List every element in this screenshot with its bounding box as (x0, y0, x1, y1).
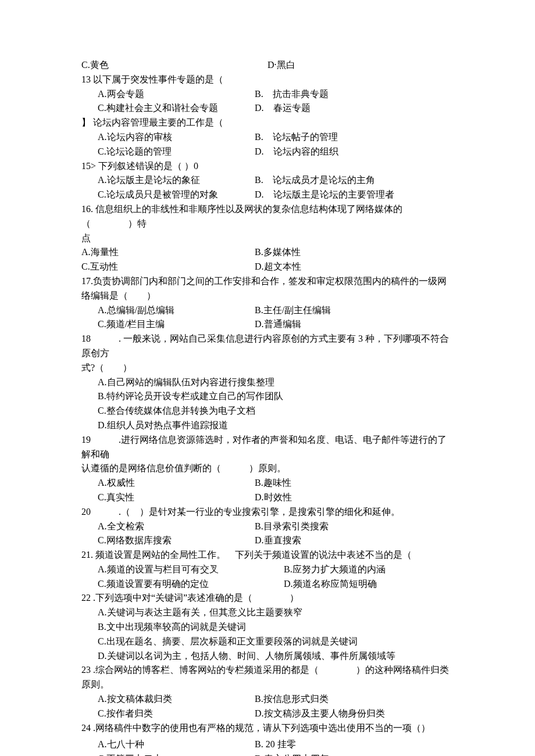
option-24-b: B. 20 挂零 (255, 737, 454, 752)
question-24-row-2: C.不管三七二十一 D.秦文公四十四年 (98, 752, 454, 756)
option-15-c: C.论坛成员只是被管理的对象 (98, 188, 255, 202)
option-18-b: B.特约评论员开设专栏或建立自己的写作团队 (98, 389, 454, 404)
question-19-stem-cont: 认遵循的是网络信息价值判断的（ ）原则。 (81, 461, 454, 476)
option-14-d: D. 论坛内容的组织 (255, 145, 454, 159)
option-17-d: D.普通编辑 (255, 317, 454, 332)
prev-question-options: C.黄色 D·黑白 (81, 58, 454, 73)
option-21-c: C.频道设置要有明确的定位 (98, 577, 284, 592)
question-20-row-2: C.网络数据库搜索 D.垂直搜索 (98, 533, 454, 548)
option-23-c: C.按作者归类 (98, 707, 255, 721)
question-20-stem: 20 .（ ）是针对某一行业的专业搜索引擎，是搜索引擎的细化和延伸。 (81, 505, 454, 519)
option-21-a: A.频道的设置与栏目可有交叉 (98, 562, 284, 577)
question-16-stem-cont: 点 (81, 231, 454, 246)
question-18-stem-cont: 式?（ ） (81, 361, 454, 375)
option-16-b: B.多媒体性 (255, 245, 301, 260)
option-18-a: A.自己网站的编辑队伍对内容进行搜集整理 (98, 375, 454, 390)
option-18-d: D.组织人员对热点事件追踪报道 (98, 418, 454, 433)
question-23-stem: 23 .综合网站的博客栏、博客网站的专栏频道采用的都是（ ）的这种网络稿件归类原… (81, 663, 454, 692)
option-13-b: B. 抗击非典专题 (255, 87, 454, 102)
question-16-row-2: C.互动性 D.超文本性 (81, 260, 454, 274)
question-14-row-1: A.论坛内容的审核 B. 论坛帖子的管理 (98, 130, 454, 145)
option-17-c: C.频道/栏目主编 (98, 317, 255, 332)
question-16-row-1: A.海量性 B.多媒体性 (81, 245, 454, 260)
option-24-d: D.秦文公四十四年 (255, 752, 454, 756)
option-19-d: D.时效性 (255, 490, 454, 505)
question-13-stem: 13 以下属于突发性事件专题的是（ (81, 73, 454, 87)
question-23-row-1: A.按文稿体裁归类 B.按信息形式归类 (98, 692, 454, 707)
question-22-stem: 22 .下列选项中对“关键词”表述准确的是（ ） (81, 591, 454, 605)
question-15-row-2: C.论坛成员只是被管理的对象 D. 论坛版主是论坛的主要管理者 (98, 188, 454, 202)
question-21-row-1: A.频道的设置与栏目可有交叉 B.应努力扩大频道的内涵 (98, 562, 454, 577)
option-18-c: C.整合传统媒体信息并转换为电子文档 (98, 404, 454, 418)
option-22-b: B.文中出现频率较高的词就是关键词 (98, 620, 454, 635)
option-14-a: A.论坛内容的审核 (98, 130, 255, 145)
option-19-b: B.趣味性 (255, 476, 454, 490)
option-24-a: A.七八十种 (98, 737, 255, 752)
option-19-c: C.真实性 (98, 490, 255, 505)
question-23-row-2: C.按作者归类 D.按文稿涉及主要人物身份归类 (98, 707, 454, 721)
question-14-stem: 】 论坛内容管理最主要的工作是（ (81, 116, 454, 130)
question-17-stem: 17.负责协调部门内和部门之间的工作安排和合作，签发和审定权限范围内的稿件的一级… (81, 274, 454, 289)
question-16-stem: 16. 信息组织上的非线性和非顺序性以及网状的复杂信息结构体现了网络媒体的（ ）… (81, 202, 454, 231)
option-23-d: D.按文稿涉及主要人物身份归类 (255, 707, 454, 721)
question-17-stem-cont: 络编辑是（ ） (81, 289, 454, 303)
option-15-a: A.论坛版主是论坛的象征 (98, 173, 255, 188)
option-22-c: C.出现在题名、摘要、层次标题和正文重要段落的词就是关键词 (98, 635, 454, 649)
option-16-a: A.海量性 (81, 245, 255, 260)
option-13-c: C.构建社会主义和谐社会专题 (98, 101, 255, 116)
option-22-d: D.关键词以名词为主，包括人物、时间、人物所属领域、事件所属领域等 (98, 649, 454, 664)
question-21-row-2: C.频道设置要有明确的定位 D.频道名称应简短明确 (98, 577, 454, 592)
question-21-stem: 21. 频道设置是网站的全局性工作。 下列关于频道设置的说法中表述不当的是（ (81, 548, 454, 562)
option-24-c: C.不管三七二十一 (98, 752, 255, 756)
option-15-b: B. 论坛成员才是论坛的主角 (255, 173, 454, 188)
option-19-a: A.权威性 (98, 476, 255, 490)
prev-option-d: D·黑白 (268, 58, 295, 73)
option-17-a: A.总编辑/副总编辑 (98, 303, 255, 318)
option-20-b: B.目录索引类搜索 (255, 519, 454, 534)
question-19-row-2: C.真实性 D.时效性 (98, 490, 454, 505)
option-16-d: D.超文本性 (255, 260, 301, 274)
option-15-d: D. 论坛版主是论坛的主要管理者 (255, 188, 454, 202)
option-20-a: A.全文检索 (98, 519, 255, 534)
option-14-b: B. 论坛帖子的管理 (255, 130, 454, 145)
question-15-stem: 15> 下列叙述错误的是（ ）0 (81, 159, 454, 174)
prev-option-c: C.黄色 (81, 58, 268, 73)
option-23-a: A.按文稿体裁归类 (98, 692, 255, 707)
option-17-b: B.主任/副主任编辑 (255, 303, 454, 318)
question-13-row-2: C.构建社会主义和谐社会专题 D. 春运专题 (98, 101, 454, 116)
question-13-row-1: A.两会专题 B. 抗击非典专题 (98, 87, 454, 102)
option-22-a: A.关键词与表达主题有关，但其意义比主题要狭窄 (98, 605, 454, 620)
option-14-c: C.论坛论题的管理 (98, 145, 255, 159)
question-19-row-1: A.权威性 B.趣味性 (98, 476, 454, 490)
option-13-d: D. 春运专题 (255, 101, 454, 116)
question-18-stem: 18 . 一般来说，网站自己采集信息进行内容原创的方式主要有 3 种，下列哪项不… (81, 332, 454, 361)
question-15-row-1: A.论坛版主是论坛的象征 B. 论坛成员才是论坛的主角 (98, 173, 454, 188)
question-24-row-1: A.七八十种 B. 20 挂零 (98, 737, 454, 752)
question-19-stem: 19 .进行网络信息资源筛选时，对作者的声誉和知名度、电话、电子邮件等进行的了解… (81, 433, 454, 462)
option-21-b: B.应努力扩大频道的内涵 (284, 562, 386, 577)
option-23-b: B.按信息形式归类 (255, 692, 454, 707)
option-16-c: C.互动性 (81, 260, 255, 274)
question-17-row-1: A.总编辑/副总编辑 B.主任/副主任编辑 (98, 303, 454, 318)
option-21-d: D.频道名称应简短明确 (284, 577, 377, 592)
question-20-row-1: A.全文检索 B.目录索引类搜索 (98, 519, 454, 534)
option-13-a: A.两会专题 (98, 87, 255, 102)
question-17-row-2: C.频道/栏目主编 D.普通编辑 (98, 317, 454, 332)
question-24-stem: 24 .网络稿件中数字的使用也有严格的规范，请从下列选项中选出使用不当的一项（） (81, 721, 454, 736)
option-20-d: D.垂直搜索 (255, 533, 454, 548)
question-14-row-2: C.论坛论题的管理 D. 论坛内容的组织 (98, 145, 454, 159)
option-20-c: C.网络数据库搜索 (98, 533, 255, 548)
